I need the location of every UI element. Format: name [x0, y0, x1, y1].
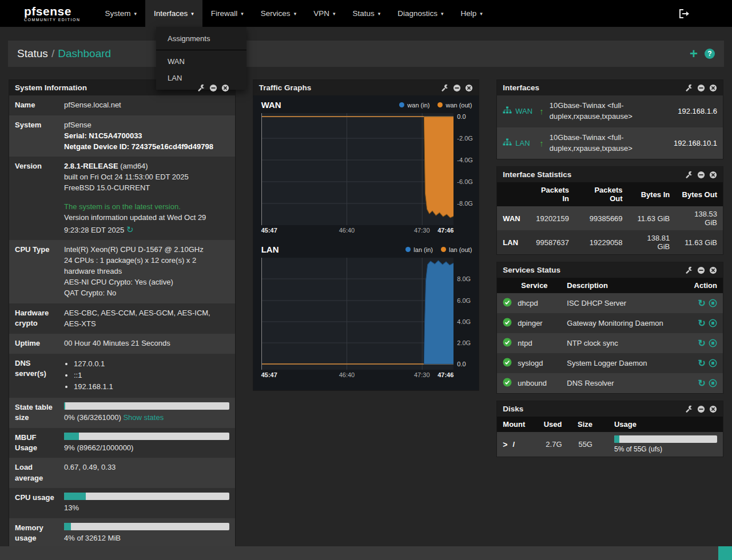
close-panel-icon[interactable]: [465, 84, 473, 92]
wrench-icon[interactable]: [441, 84, 449, 92]
sysinfo-row-hardware-crypto: Hardware crypto AES-CBC, AES-CCM, AES-GC…: [9, 303, 235, 334]
stop-service-icon[interactable]: [709, 339, 717, 347]
menu-item-wan[interactable]: WAN: [156, 53, 246, 70]
collapse-panel-icon[interactable]: [209, 84, 217, 92]
close-panel-icon[interactable]: [709, 84, 717, 92]
restart-service-icon[interactable]: ↻: [698, 379, 706, 387]
breadcrumb-section[interactable]: Status: [17, 47, 48, 59]
menu-item-assignments[interactable]: Assignments: [156, 30, 246, 47]
collapse-panel-icon[interactable]: [453, 84, 461, 92]
stop-service-icon[interactable]: [709, 379, 717, 387]
nav-item-firewall[interactable]: Firewall▾: [202, 0, 252, 27]
collapse-panel-icon[interactable]: [697, 405, 705, 413]
chevron-down-icon: ▾: [241, 11, 244, 17]
version-updated-line2: 9:23:28 EDT 2025 ↻: [64, 223, 229, 236]
disk-usage-text: 5% of 55G (ufs): [614, 445, 717, 453]
chevron-down-icon: ▾: [378, 11, 381, 17]
help-icon[interactable]: ?: [705, 49, 715, 59]
collapse-panel-icon[interactable]: [697, 84, 705, 92]
wan-traffic-graph: WAN wan (in) wan (out): [253, 97, 479, 235]
table-header-row: Packets In Packets Out Bytes In Bytes Ou…: [497, 182, 723, 206]
close-panel-icon[interactable]: [221, 84, 229, 92]
close-panel-icon[interactable]: [709, 266, 717, 274]
nav-item-interfaces[interactable]: Interfaces▾: [145, 0, 202, 27]
mbuf-text: 9% (89662/1000000): [64, 443, 133, 452]
restart-service-icon[interactable]: ↻: [698, 299, 706, 307]
wan-graph-legend: wan (in) wan (out): [399, 102, 472, 109]
stop-service-icon[interactable]: [709, 319, 717, 327]
restart-service-icon[interactable]: ↻: [698, 339, 706, 347]
system-serial: Serial: N1C5A4700033: [64, 131, 229, 142]
stop-service-icon[interactable]: [709, 299, 717, 307]
sysinfo-row-cpu-type: CPU Type Intel(R) Xeon(R) CPU D-1567 @ 2…: [9, 240, 235, 303]
expand-disk-icon[interactable]: >: [503, 440, 507, 449]
nav-item-system[interactable]: System▾: [96, 0, 145, 27]
close-panel-icon[interactable]: [709, 405, 717, 413]
hostname-value: pfSense.local.net: [62, 95, 235, 115]
logout-icon[interactable]: [664, 0, 705, 27]
system-information-panel: System Information Name pfSense.local.ne…: [9, 79, 236, 549]
wrench-icon[interactable]: [685, 266, 693, 274]
pfsense-logo[interactable]: pfsense COMMUNITY EDITION: [24, 0, 80, 27]
interface-ip: 192.168.1.6: [674, 107, 717, 115]
interface-up-icon: ↑: [539, 106, 544, 116]
network-icon: [503, 138, 512, 148]
interface-media: 10Gbase-Twinax <full-duplex,rxpause,txpa…: [547, 101, 671, 122]
version-updated-line1: Version information updated at Wed Oct 2…: [64, 213, 229, 223]
interfaces-dropdown-menu: Assignments WAN LAN: [156, 27, 246, 90]
wrench-icon[interactable]: [685, 84, 693, 92]
sysinfo-row-system: System pfSense Serial: N1C5A4700033 Netg…: [9, 115, 235, 157]
nav-item-services[interactable]: Services▾: [252, 0, 305, 27]
wrench-icon[interactable]: [197, 84, 205, 92]
interface-name-link[interactable]: LAN: [515, 139, 536, 147]
nav-item-help[interactable]: Help▾: [452, 0, 491, 27]
panel-title: Interfaces: [503, 83, 539, 92]
sysinfo-row-cpu-usage: CPU usage 13%: [9, 488, 235, 518]
add-widget-icon[interactable]: +: [690, 48, 698, 59]
close-panel-icon[interactable]: [709, 171, 717, 179]
nav-item-diagnostics[interactable]: Diagnostics▾: [389, 0, 452, 27]
traffic-graphs-panel: Traffic Graphs WAN wan (in) wan (out): [253, 79, 480, 391]
menu-divider: [156, 50, 246, 50]
interface-up-icon: ↑: [539, 138, 544, 148]
collapse-panel-icon[interactable]: [697, 171, 705, 179]
dashboard-content: System Information Name pfSense.local.ne…: [9, 79, 723, 555]
version-release: 2.8.1-RELEASE (amd64): [64, 161, 229, 172]
interface-row-wan: WAN ↑ 10Gbase-Twinax <full-duplex,rxpaus…: [497, 95, 723, 127]
wrench-icon[interactable]: [685, 405, 693, 413]
nav-item-vpn[interactable]: VPN▾: [305, 0, 344, 27]
footer-accent-button[interactable]: [718, 546, 732, 560]
interface-name-link[interactable]: WAN: [515, 107, 536, 115]
service-running-icon: [503, 358, 512, 369]
top-navbar: pfsense COMMUNITY EDITION System▾ Interf…: [0, 0, 732, 27]
dashboard-column-2: Traffic Graphs WAN wan (in) wan (out): [253, 79, 480, 398]
legend-dot-out: [441, 247, 446, 252]
interface-media: 10Gbase-Twinax <full-duplex,rxpause,txpa…: [547, 133, 667, 154]
restart-service-icon[interactable]: ↻: [698, 359, 706, 367]
dns-server: ::1: [74, 370, 229, 381]
version-os: FreeBSD 15.0-CURRENT: [64, 183, 229, 194]
load-average-value: 0.67, 0.49, 0.33: [62, 458, 235, 487]
interfaces-panel: Interfaces WAN ↑ 10Gbase-Twinax <full-du…: [496, 79, 723, 159]
refresh-version-icon[interactable]: ↻: [126, 225, 134, 234]
lan-traffic-graph: LAN lan (in) lan (out): [253, 241, 479, 380]
nav-menu: System▾ Interfaces▾ Firewall▾ Services▾ …: [96, 0, 664, 27]
service-row-unbound: unbound DNS Resolver ↻: [497, 373, 723, 393]
breadcrumb: Status/Dashboard: [17, 47, 111, 60]
chevron-down-icon: ▾: [191, 11, 194, 17]
sysinfo-row-load: Load average 0.67, 0.49, 0.33: [9, 458, 235, 487]
dashboard-column-3: Interfaces WAN ↑ 10Gbase-Twinax <full-du…: [496, 79, 723, 464]
services-status-panel: Services Status Service Description Acti…: [496, 262, 723, 394]
stop-service-icon[interactable]: [709, 359, 717, 367]
collapse-panel-icon[interactable]: [697, 266, 705, 274]
sysinfo-row-state-table: State table size 0% (36/3261000) Show st…: [9, 398, 235, 428]
table-header-row: Mount Used Size Usage: [497, 417, 723, 432]
show-states-link[interactable]: Show states: [123, 413, 164, 422]
wrench-icon[interactable]: [685, 171, 693, 179]
service-running-icon: [503, 298, 512, 309]
chevron-down-icon: ▾: [294, 11, 297, 17]
cpu-topology: 24 CPUs : 1 package(s) x 12 core(s) x 2 …: [64, 255, 229, 277]
restart-service-icon[interactable]: ↻: [698, 319, 706, 327]
nav-item-status[interactable]: Status▾: [344, 0, 389, 27]
service-running-icon: [503, 318, 512, 329]
